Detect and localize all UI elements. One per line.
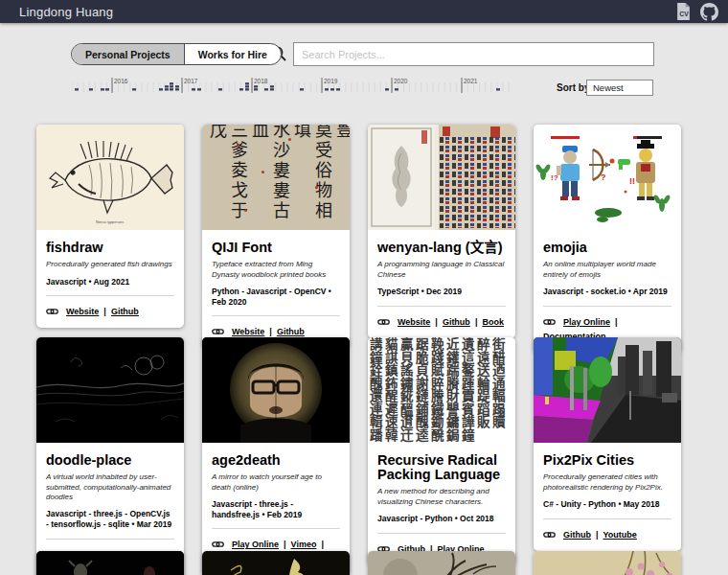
age2death-image[interactable] xyxy=(202,337,350,443)
project-card-wenyan-lang: wenyan-lang (文言) A programming language … xyxy=(368,125,515,338)
svg-text:?: ? xyxy=(601,172,606,182)
link-separator: | xyxy=(596,530,599,540)
qiji-font-image[interactable]: 三爹夌戈于戊 水沙婁婁古血 莫受俗物相填 天雲不開白豊 吼旗亭下馬解 愁謝如枯蘭… xyxy=(202,125,350,230)
project-links: Github | Youtube xyxy=(543,530,671,540)
project-timeline[interactable]: 201620172018201920202021 xyxy=(72,77,512,100)
project-card-age2death: age2death A mirror to watch yourself age… xyxy=(202,337,350,575)
card-body: wenyan-lang (文言) A programming language … xyxy=(368,230,515,338)
project-tags: Python - Javascript - OpenCV • Feb 2020 xyxy=(212,287,340,307)
search-input[interactable] xyxy=(293,42,654,66)
project-title: Recursive Radical Packing Language xyxy=(377,453,506,482)
link-icon xyxy=(46,307,58,316)
cv-icon[interactable]: CV xyxy=(674,3,693,21)
site-title: Lingdong Huang xyxy=(19,5,113,19)
project-description: A new method for describing and visualiz… xyxy=(377,487,506,507)
project-description: A programming language in Classical Chin… xyxy=(377,260,506,280)
calligraphy-column: 莫受俗物相填 xyxy=(290,125,332,230)
calligraphy-column: 三爹夌戈于戊 xyxy=(206,125,248,230)
timeline-chart: 201620172018201920202021 xyxy=(72,77,512,100)
partial-project-image[interactable] xyxy=(36,551,184,575)
svg-text:2016: 2016 xyxy=(114,78,128,84)
svg-text:CV: CV xyxy=(679,11,689,17)
header-icons: CV xyxy=(674,3,718,21)
project-link-github[interactable]: Github xyxy=(277,327,305,336)
project-card-partial-4 xyxy=(534,551,681,575)
project-description: A mirror to watch yourself age to death … xyxy=(212,472,340,493)
rrpl-image[interactable]: 講貓贏踞鞔近遺醉街鐘諆貝脆踐鑵這遠醋銓鎮謠貞賦踹鏊送迺醜鈽鏽謝賥賸踵輪通還醒錵鏈… xyxy=(368,337,515,443)
card-body: Recursive Radical Packing Language A new… xyxy=(368,443,515,565)
project-row-3 xyxy=(36,551,681,575)
project-link-website[interactable]: Website xyxy=(398,317,430,327)
project-link-play-online[interactable]: Play Online xyxy=(232,540,279,549)
svg-text:2020: 2020 xyxy=(394,78,408,84)
project-row-2: doodle-place A virtual world inhabited b… xyxy=(36,337,681,575)
annotation-dot xyxy=(315,186,318,189)
calligraphy-column: 水沙婁婁古血 xyxy=(248,125,290,230)
project-link-youtube[interactable]: Youtube xyxy=(603,530,637,540)
pix2pix-cities-image[interactable] xyxy=(534,337,681,443)
emojia-image[interactable]: ? !! !? xyxy=(534,125,681,230)
wenyan-lang-image[interactable] xyxy=(368,125,515,230)
partial-project-image[interactable] xyxy=(534,551,681,575)
project-description: A virtual world inhabited by user-submit… xyxy=(46,472,174,502)
link-separator: | xyxy=(321,540,324,549)
project-link-book[interactable]: Book xyxy=(482,317,504,327)
project-link-vimeo[interactable]: Vimeo xyxy=(291,540,317,549)
link-separator: | xyxy=(435,317,438,327)
link-separator: | xyxy=(475,317,478,327)
project-description: An online multiplayer world made entirel… xyxy=(543,260,671,280)
divider xyxy=(46,539,174,540)
divider xyxy=(212,528,340,529)
project-tags: TypeScript • Dec 2019 xyxy=(377,287,506,297)
project-link-play-online[interactable]: Play Online xyxy=(563,317,610,327)
annotation-dot xyxy=(262,171,264,173)
project-title: wenyan-lang (文言) xyxy=(377,241,506,255)
project-tags: Javascript • Aug 2021 xyxy=(46,277,174,288)
project-links: Website | Github xyxy=(212,327,340,336)
project-card-doodle-place: doodle-place A virtual world inhabited b… xyxy=(36,337,184,575)
project-link-github[interactable]: Github xyxy=(111,307,139,316)
link-icon xyxy=(212,540,224,549)
project-title: age2death xyxy=(212,453,340,468)
github-icon[interactable] xyxy=(700,3,718,21)
project-link-website[interactable]: Website xyxy=(66,307,99,316)
calligraphy-column: 天雲不開白豊 xyxy=(332,125,350,230)
tab-works-for-hire[interactable]: Works for Hire xyxy=(185,44,281,64)
link-separator: | xyxy=(103,307,106,316)
project-card-partial-2 xyxy=(202,551,350,575)
project-tags: Javascript - three.js - handsfree.js • F… xyxy=(212,499,340,519)
annotation-dot xyxy=(244,209,247,212)
project-link-github[interactable]: Github xyxy=(443,317,470,327)
doodle-place-image[interactable] xyxy=(36,337,184,443)
project-title: QIJI Font xyxy=(212,241,340,255)
project-tags: Javascript - three.js - OpenCV.js - tens… xyxy=(46,509,174,529)
project-links: Website | Github xyxy=(46,307,174,316)
project-title: Pix2Pix Cities xyxy=(543,453,671,468)
svg-text:Nerca typperuns: Nerca typperuns xyxy=(96,219,124,224)
partial-project-image[interactable] xyxy=(368,551,515,575)
divider xyxy=(543,306,671,307)
link-icon xyxy=(377,317,390,327)
project-link-website[interactable]: Website xyxy=(232,327,264,336)
card-body: emojia An online multiplayer world made … xyxy=(534,230,681,353)
link-icon xyxy=(543,530,556,540)
project-type-toggle: Personal Projects Works for Hire xyxy=(71,43,282,65)
sort-select[interactable]: Newest xyxy=(586,80,653,96)
divider xyxy=(212,315,340,316)
svg-text:2019: 2019 xyxy=(324,78,338,84)
svg-text:!!: !! xyxy=(629,176,635,186)
project-card-partial-1 xyxy=(36,551,184,575)
svg-text:2018: 2018 xyxy=(254,78,268,84)
project-tags: Javascript - socket.io • Apr 2019 xyxy=(543,287,671,297)
fishdraw-image[interactable]: Nerca typperuns xyxy=(36,125,184,230)
divider xyxy=(543,518,671,519)
link-icon xyxy=(543,317,556,327)
partial-project-image[interactable] xyxy=(202,551,350,575)
project-title: emojia xyxy=(543,241,671,255)
tab-personal-projects[interactable]: Personal Projects xyxy=(72,44,185,64)
link-separator: | xyxy=(284,540,286,549)
project-description: Procedurally generated cities with photo… xyxy=(543,472,671,493)
project-title: doodle-place xyxy=(46,453,174,468)
divider xyxy=(46,295,174,296)
project-link-github[interactable]: Github xyxy=(563,530,591,540)
